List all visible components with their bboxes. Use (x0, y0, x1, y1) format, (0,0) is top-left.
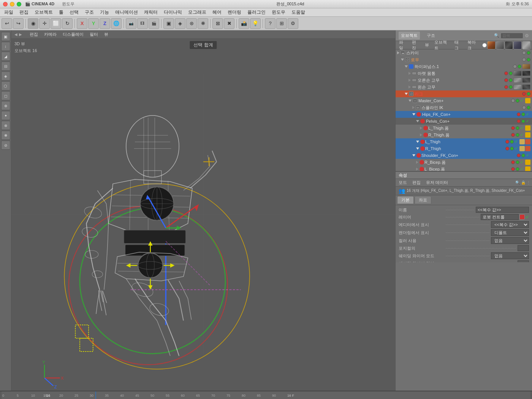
sidebar-icon-12[interactable]: ⊘ (1, 141, 10, 150)
sidebar-icon-10[interactable]: ⊗ (1, 121, 10, 130)
attr-tab-basic[interactable]: 기본 (397, 196, 414, 204)
menu-structure[interactable]: 구조 (82, 8, 97, 16)
layout-btn[interactable]: ⊞ (276, 18, 287, 29)
settings-icon[interactable]: ⚙ (525, 33, 529, 38)
menu-edit[interactable]: 편집 (17, 8, 31, 16)
sidebar-icon-5[interactable]: ◈ (1, 71, 10, 81)
obj-item-lod[interactable]: ∅ 로우 (396, 56, 532, 63)
attr-editor-dropdown[interactable]: <<복수 값>> (491, 221, 529, 228)
pv-dot1[interactable] (517, 119, 521, 123)
attr-name-input[interactable] (476, 207, 529, 213)
menu-animation[interactable]: 애니메이션 (112, 8, 141, 16)
lod-dot1[interactable] (522, 58, 526, 62)
nurbs-btn[interactable]: ◈ (175, 18, 185, 29)
undo-btn[interactable]: ↩ (2, 18, 12, 29)
white-swatch[interactable] (482, 43, 487, 48)
menu-object[interactable]: 오브젝트 (32, 8, 55, 16)
move-btn[interactable]: ✛ (39, 18, 50, 29)
menu-render[interactable]: 렌더링 (225, 8, 244, 16)
viewport-nav-arrows[interactable]: ◀ ▶ (14, 32, 22, 36)
lth-dot1[interactable] (505, 140, 509, 144)
obj-item-l-thigh[interactable]: L_Thigh ✓ (396, 138, 532, 145)
menu-mograph[interactable]: 모그래프 (185, 8, 209, 16)
sub-view[interactable]: 뷰 (103, 31, 110, 38)
hn-dot2[interactable] (518, 65, 521, 68)
obj-item-pelvis[interactable]: Pelvis_Con+ ✓ (396, 118, 532, 125)
sp-dot1[interactable] (522, 106, 526, 109)
light-btn[interactable]: 💡 (250, 18, 261, 29)
x-axis-btn[interactable]: X (77, 18, 87, 29)
scale-btn[interactable]: ⬜ (51, 18, 61, 29)
obj-item-hips[interactable]: Hips_FK_Con+ ✓ (396, 111, 532, 118)
redo-btn[interactable]: ↪ (13, 18, 24, 29)
lod-dot2[interactable] (527, 58, 530, 62)
lb-dot1[interactable] (511, 167, 515, 171)
help-btn[interactable]: ? (265, 18, 276, 29)
attr-layer-input[interactable] (481, 214, 519, 220)
sub-edit[interactable]: 편집 (28, 31, 40, 38)
viewport-canvas[interactable]: 선택 합계 오브젝트 16 3D 뷰 (11, 39, 395, 391)
rh-dot1[interactable] (504, 78, 508, 82)
camera-btn[interactable]: 📸 (239, 18, 249, 29)
deformer-btn[interactable]: ❋ (198, 18, 208, 29)
texture-swatch-1[interactable] (487, 41, 496, 49)
rthb-dot1[interactable] (511, 133, 515, 137)
render-region-btn[interactable]: 📷 (126, 18, 136, 29)
obj-item-sky[interactable]: ☁ 스카이 (396, 49, 532, 56)
texture-swatch-2[interactable] (496, 41, 504, 49)
attr-lock-icon[interactable]: 🔒 (521, 180, 526, 185)
rh-dot2[interactable] (509, 78, 513, 82)
sidebar-icon-3[interactable]: ◢ (1, 52, 10, 61)
obj-item-spline[interactable]: IK 스플라인 IK (396, 104, 532, 111)
texture-swatch-4[interactable] (513, 41, 522, 49)
sidebar-icon-2[interactable]: ↕ (1, 42, 10, 51)
sidebar-icon-6[interactable]: ⬡ (1, 81, 10, 90)
attr-tab-coord[interactable]: 좌표 (415, 196, 431, 204)
render-to-po-btn[interactable]: 🎬 (149, 18, 159, 29)
hips-dot1[interactable] (517, 112, 521, 116)
render-btn[interactable]: 🎞 (137, 18, 148, 29)
sky-dot1[interactable] (522, 51, 526, 55)
body-dot2[interactable] (509, 71, 513, 75)
attr-edit[interactable]: 편집 (411, 179, 422, 186)
select-btn[interactable]: ◉ (28, 18, 38, 29)
boole-btn[interactable]: ✖ (224, 18, 234, 29)
obj-item-r-bicep[interactable]: R_Bicep.폼 ✓ (396, 159, 532, 166)
sub-camera[interactable]: 카메라 (43, 31, 58, 38)
obj-item-lhand[interactable]: 왼손 고무 (396, 84, 532, 90)
obj-item-body[interactable]: 아랫 몸통 (396, 70, 532, 77)
cube-btn[interactable]: ▣ (163, 18, 174, 29)
hn-dot1[interactable] (513, 65, 517, 68)
obj-item-rig[interactable]: ∅ 리그 (396, 90, 532, 97)
menu-tools[interactable]: 툴 (56, 8, 66, 16)
menu-window[interactable]: 윈도우 (269, 8, 288, 16)
menu-plugins[interactable]: 플러그인 (245, 8, 268, 16)
mc-dot1[interactable] (511, 99, 515, 103)
mc-dot2[interactable] (516, 99, 519, 103)
texture-swatch-3[interactable] (505, 41, 513, 49)
menu-function[interactable]: 기능 (97, 8, 112, 16)
attr-render-dropdown[interactable]: 디폴트 (491, 229, 529, 236)
menu-select[interactable]: 선택 (67, 8, 81, 16)
obj-item-r-thigh[interactable]: R_Thigh ✓ (396, 145, 532, 152)
obj-item-l-bicep[interactable]: L_Bicep.폼 ✓ (396, 166, 532, 171)
rig-dot2[interactable] (527, 92, 530, 96)
layer-color-swatch[interactable] (519, 214, 525, 220)
body-dot1[interactable] (504, 71, 508, 75)
sp-dot2[interactable] (527, 106, 530, 109)
obj-item-r-thigh-b[interactable]: R_Thigh.폼 ✓ (396, 131, 532, 138)
attr-wire-color[interactable] (518, 260, 529, 262)
menu-dynamic[interactable]: 다이나믹 (161, 8, 185, 16)
obj-view[interactable]: 뷰 (423, 41, 431, 49)
menu-help[interactable]: 도움말 (289, 8, 308, 16)
sidebar-icon-7[interactable]: ◻ (1, 91, 10, 100)
sh-dot2[interactable] (521, 154, 525, 157)
menu-hair[interactable]: 헤어 (210, 8, 224, 16)
sh-dot1[interactable] (517, 154, 521, 157)
rb-dot2[interactable] (516, 160, 519, 164)
pv-dot2[interactable] (521, 119, 525, 123)
obj-item-shoulder[interactable]: Shoulder_FK_Con+ ✓ (396, 152, 532, 159)
rotate-btn[interactable]: ↻ (62, 18, 73, 29)
rth-dot1[interactable] (505, 147, 509, 150)
sidebar-icon-8[interactable]: ⊕ (1, 101, 10, 110)
